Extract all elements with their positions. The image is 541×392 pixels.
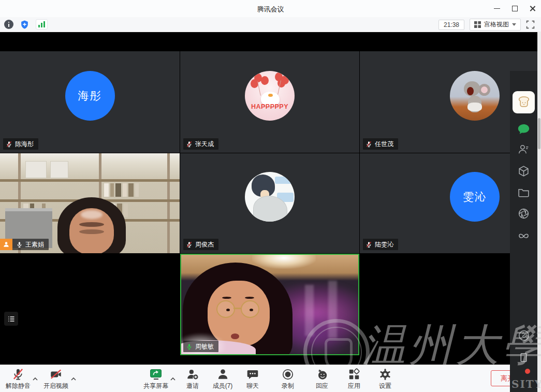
mic-on-icon: [16, 241, 23, 248]
host-icon: [0, 239, 12, 250]
gear-icon: [378, 368, 392, 381]
mic-muted-icon: [186, 241, 193, 248]
butterfly-icon[interactable]: [510, 228, 537, 244]
grid-view-icon: [474, 21, 481, 28]
notification-dot-badge: [525, 369, 530, 374]
mic-muted-icon: [365, 241, 372, 248]
invite-button[interactable]: 邀请: [176, 368, 210, 390]
apps-button[interactable]: 应用: [337, 368, 371, 390]
scrollbar-thumb[interactable]: [538, 118, 540, 149]
participant-name: 周敏敏: [195, 342, 214, 351]
list-icon: [7, 315, 16, 323]
participant-name-label: 周敏敏: [183, 341, 218, 352]
reactions-button[interactable]: 回应: [305, 368, 339, 390]
participant-name-label: 周俊杰: [183, 239, 218, 250]
meeting-timer: 21:38: [438, 20, 464, 30]
meeting-window: 腾讯会议 21:38 宫格视图 海彤: [0, 0, 541, 392]
members-button[interactable]: 成员(7): [206, 368, 240, 390]
chat-bubble-icon: [246, 368, 259, 381]
frame-icon[interactable]: [510, 350, 537, 365]
avatar-caption: HAPPPPPY: [245, 103, 295, 110]
avatar-zhoujunjie: [245, 172, 295, 222]
link-circle-icon[interactable]: [510, 328, 537, 343]
meeting-topbar: 21:38 宫格视图: [0, 17, 541, 32]
chevron-down-icon: [512, 23, 516, 26]
participant-name-label: 张天成: [183, 138, 218, 150]
meeting-toolbar: 解除静音 开启视频 共享屏幕 邀请: [0, 365, 541, 392]
share-screen-button[interactable]: 共享屏幕: [139, 368, 173, 390]
mic-muted-icon: [365, 141, 372, 148]
avatar-zhangtiancheng: HAPPPPPY: [245, 71, 295, 121]
scrollbar[interactable]: [537, 32, 541, 392]
video-tile-zhoujunjie[interactable]: 周俊杰: [180, 153, 359, 253]
video-tile-zhouminmin[interactable]: 周敏敏: [180, 254, 359, 355]
participant-name: 任世茂: [375, 140, 393, 149]
apps-grid-icon: [347, 368, 361, 381]
folder-icon[interactable]: [510, 184, 537, 200]
agenda-list-button[interactable]: [4, 312, 18, 326]
participant-name: 陆雯沁: [375, 240, 393, 249]
minimize-icon: [494, 8, 500, 9]
record-icon: [281, 368, 295, 381]
chat-bubble-icon[interactable]: [510, 121, 537, 137]
participant-name: 周俊杰: [195, 240, 214, 249]
share-screen-icon: [150, 368, 162, 381]
video-grid: 海彤 陈海彤 HAPPPPPY 张: [0, 32, 541, 365]
avatar-chenhaitong: 海彤: [65, 71, 115, 121]
participant-name-label: 任世茂: [363, 138, 398, 150]
chat-button[interactable]: 聊天: [236, 368, 270, 390]
fullscreen-button[interactable]: [526, 20, 535, 29]
minimize-button[interactable]: [488, 0, 506, 17]
title-bar: 腾讯会议: [0, 0, 541, 17]
avatar-luwenqin: 雯沁: [450, 172, 500, 222]
close-button[interactable]: [523, 0, 541, 17]
members-icon: [216, 368, 229, 381]
video-tile-zhangtiancheng[interactable]: HAPPPPPY 张天成: [180, 51, 359, 153]
record-button[interactable]: 录制: [271, 368, 305, 390]
bread-app-icon[interactable]: [510, 90, 537, 114]
maximize-button[interactable]: [506, 0, 523, 17]
fullscreen-icon: [526, 20, 535, 29]
maximize-icon: [512, 6, 518, 11]
mic-muted-icon: [11, 368, 25, 381]
unmute-button[interactable]: 解除静音: [1, 368, 35, 390]
meeting-info-icon[interactable]: [4, 20, 13, 29]
reaction-emoji-icon: [315, 368, 329, 381]
window-title: 腾讯会议: [0, 5, 541, 14]
mic-active-icon: [186, 343, 193, 350]
participant-name: 张天成: [195, 140, 214, 149]
cube-icon[interactable]: [510, 163, 537, 179]
settings-button[interactable]: 设置: [368, 368, 402, 390]
participant-name-label: 陈海彤: [3, 138, 38, 150]
participant-name-label: 王素娟: [0, 239, 49, 250]
video-tile-wangsujuan[interactable]: 王素娟: [0, 153, 180, 253]
aperture-icon[interactable]: [510, 206, 537, 221]
view-mode-button[interactable]: 宫格视图: [470, 19, 521, 31]
network-signal-icon[interactable]: [36, 19, 48, 30]
close-icon: [529, 5, 536, 12]
participant-name-label: 陆雯沁: [363, 239, 398, 250]
view-mode-label: 宫格视图: [484, 20, 509, 29]
invite-person-icon: [186, 368, 199, 381]
video-tile-chenhaitong[interactable]: 海彤 陈海彤: [0, 51, 180, 153]
camera-options-chevron[interactable]: [70, 374, 77, 383]
security-shield-icon[interactable]: [20, 20, 30, 30]
contacts-icon[interactable]: [510, 141, 537, 157]
mic-muted-icon: [6, 141, 12, 148]
avatar-renshimao: [450, 71, 500, 121]
participant-name: 陈海彤: [15, 140, 34, 149]
start-video-button[interactable]: 开启视频: [39, 368, 73, 390]
participant-name: 王素娟: [25, 240, 44, 249]
video-frame: [181, 255, 358, 354]
camera-off-icon: [49, 368, 63, 381]
mic-options-chevron[interactable]: [32, 374, 38, 383]
dock-sidebar: [510, 71, 537, 392]
mic-muted-icon: [186, 141, 193, 148]
